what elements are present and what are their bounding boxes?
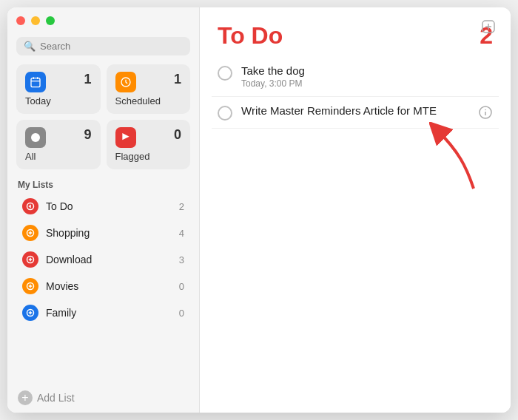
shopping-name: Shopping bbox=[46, 227, 179, 239]
maximize-button[interactable] bbox=[46, 16, 55, 25]
reminder-list: Take the dog Today, 3:00 PM Write Master… bbox=[200, 57, 511, 129]
main-content: To Do 2 Take the dog Today, 3:00 PM bbox=[200, 7, 511, 413]
search-icon: 🔍 bbox=[24, 41, 36, 52]
add-list-icon: + bbox=[18, 390, 33, 405]
todo-count: 2 bbox=[179, 201, 184, 212]
reminder-checkbox-2[interactable] bbox=[218, 106, 232, 121]
main-title: To Do bbox=[218, 22, 283, 50]
list-item-family[interactable]: Family 0 bbox=[12, 299, 195, 326]
download-name: Download bbox=[46, 254, 179, 265]
arrow-annotation bbox=[429, 122, 488, 199]
reminder-content-1: Take the dog Today, 3:00 PM bbox=[241, 64, 493, 89]
reminder-checkbox-1[interactable] bbox=[218, 66, 232, 81]
todo-icon bbox=[22, 198, 38, 214]
download-count: 3 bbox=[179, 254, 184, 265]
movies-count: 0 bbox=[179, 281, 184, 292]
smart-list-today[interactable]: 1 Today bbox=[16, 64, 101, 114]
main-header: To Do 2 bbox=[200, 7, 511, 57]
minimize-button[interactable] bbox=[31, 16, 40, 25]
sidebar: 🔍 1 Today 1 Scheduled bbox=[7, 7, 200, 413]
scheduled-count: 1 bbox=[174, 72, 181, 87]
search-input[interactable] bbox=[40, 41, 183, 52]
reminder-item-1: Take the dog Today, 3:00 PM bbox=[212, 57, 499, 97]
search-bar[interactable]: 🔍 bbox=[16, 37, 190, 55]
svg-rect-0 bbox=[31, 78, 40, 87]
list-item-shopping[interactable]: Shopping 4 bbox=[12, 220, 195, 246]
svg-point-5 bbox=[31, 133, 40, 142]
close-button[interactable] bbox=[16, 16, 25, 25]
today-label: Today bbox=[25, 95, 92, 106]
svg-point-26 bbox=[485, 109, 486, 111]
smart-lists: 1 Today 1 Scheduled 9 All bbox=[7, 61, 199, 175]
download-icon bbox=[22, 251, 38, 268]
reminder-subtitle-1: Today, 3:00 PM bbox=[241, 78, 493, 89]
today-icon bbox=[25, 72, 46, 92]
reminder-title-1: Take the dog bbox=[241, 64, 493, 77]
all-count: 9 bbox=[84, 127, 91, 143]
all-icon bbox=[25, 127, 46, 148]
list-item-download[interactable]: Download 3 bbox=[12, 246, 195, 273]
flagged-icon bbox=[115, 127, 136, 148]
smart-list-scheduled[interactable]: 1 Scheduled bbox=[107, 64, 191, 114]
smart-list-all[interactable]: 9 All bbox=[16, 120, 101, 169]
list-item-movies[interactable]: Movies 0 bbox=[12, 273, 195, 299]
titlebar bbox=[7, 7, 199, 34]
add-reminder-button[interactable] bbox=[478, 16, 499, 37]
today-count: 1 bbox=[84, 72, 91, 87]
flagged-label: Flagged bbox=[115, 151, 182, 162]
add-list-button[interactable]: + Add List bbox=[7, 383, 199, 413]
scheduled-icon bbox=[115, 72, 136, 92]
smart-list-flagged[interactable]: 0 Flagged bbox=[107, 120, 191, 169]
family-count: 0 bbox=[179, 308, 184, 319]
shopping-icon bbox=[22, 225, 38, 241]
movies-name: Movies bbox=[46, 280, 179, 292]
movies-icon bbox=[22, 278, 38, 294]
reminder-item-2: Write Master Reminders Article for MTE bbox=[212, 97, 499, 129]
flagged-count: 0 bbox=[174, 127, 181, 143]
reminder-content-2: Write Master Reminders Article for MTE bbox=[241, 104, 478, 117]
shopping-count: 4 bbox=[179, 228, 184, 239]
app-window: 🔍 1 Today 1 Scheduled bbox=[7, 7, 511, 413]
reminder-title-2: Write Master Reminders Article for MTE bbox=[241, 104, 478, 117]
add-list-label: Add List bbox=[37, 392, 75, 404]
todo-name: To Do bbox=[46, 200, 179, 212]
all-label: All bbox=[25, 151, 92, 162]
scheduled-label: Scheduled bbox=[115, 95, 182, 106]
family-icon bbox=[22, 305, 38, 321]
info-button-2[interactable] bbox=[478, 105, 493, 120]
family-name: Family bbox=[46, 307, 179, 319]
list-item-todo[interactable]: To Do 2 bbox=[12, 193, 195, 220]
list-items: To Do 2 Shopping 4 Download 3 bbox=[7, 193, 199, 383]
my-lists-header: My Lists bbox=[7, 175, 199, 193]
